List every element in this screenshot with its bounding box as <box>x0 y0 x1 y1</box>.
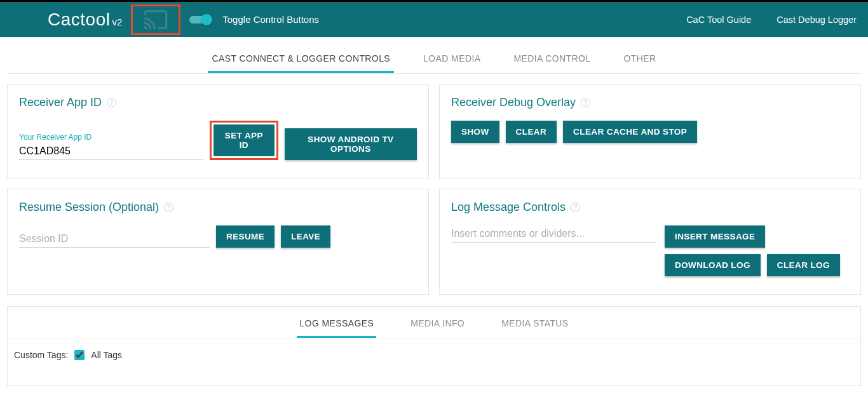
link-cast-debug-logger[interactable]: Cast Debug Logger <box>776 15 857 25</box>
receiver-app-id-label: Your Receiver App ID <box>19 133 203 142</box>
card-title-overlay: Receiver Debug Overlay <box>451 96 576 109</box>
set-app-id-highlight: SET APP ID <box>210 121 278 160</box>
brand-version: v2 <box>112 17 122 27</box>
tab-load-media[interactable]: LOAD MEDIA <box>419 44 484 73</box>
tab-cast-connect-logger[interactable]: CAST CONNECT & LOGGER CONTROLS <box>208 44 394 73</box>
toggle-control-buttons[interactable]: Toggle Control Buttons <box>189 14 319 25</box>
custom-tags-label: Custom Tags: <box>14 350 68 360</box>
tab-other[interactable]: OTHER <box>620 44 660 73</box>
btab-log-messages[interactable]: LOG MESSAGES <box>297 307 376 338</box>
download-log-button[interactable]: DOWNLOAD LOG <box>665 254 761 276</box>
btab-media-info[interactable]: MEDIA INFO <box>408 307 467 338</box>
help-icon[interactable]: ? <box>581 98 590 107</box>
insert-message-button[interactable]: INSERT MESSAGE <box>665 225 765 248</box>
card-receiver-debug-overlay: Receiver Debug Overlay ? SHOW CLEAR CLEA… <box>439 84 861 178</box>
card-resume-session: Resume Session (Optional) ? RESUME LEAVE <box>7 189 429 295</box>
overlay-clear-cache-stop-button[interactable]: CLEAR CACHE AND STOP <box>563 121 697 143</box>
card-log-message-controls: Log Message Controls ? INSERT MESSAGE DO… <box>439 189 861 295</box>
resume-button[interactable]: RESUME <box>216 225 275 248</box>
bottom-tabs: LOG MESSAGES MEDIA INFO MEDIA STATUS <box>8 307 860 338</box>
btab-media-status[interactable]: MEDIA STATUS <box>499 307 571 338</box>
toggle-label: Toggle Control Buttons <box>222 14 319 25</box>
bottom-panel: LOG MESSAGES MEDIA INFO MEDIA STATUS Cus… <box>7 306 861 386</box>
card-title-resume: Resume Session (Optional) <box>19 201 159 214</box>
help-icon[interactable]: ? <box>164 203 173 212</box>
set-app-id-button[interactable]: SET APP ID <box>214 124 275 156</box>
log-comment-input[interactable] <box>451 225 656 243</box>
all-tags-label: All Tags <box>91 350 122 360</box>
help-icon[interactable]: ? <box>571 203 580 212</box>
app-header: Cactool v2 Toggle Control Buttons CaC To… <box>0 2 868 37</box>
cast-icon[interactable] <box>139 7 172 32</box>
clear-log-button[interactable]: CLEAR LOG <box>767 254 840 276</box>
overlay-show-button[interactable]: SHOW <box>451 121 499 143</box>
brand: Cactool v2 <box>48 10 122 30</box>
brand-title: Cactool <box>48 10 110 30</box>
card-title-receiver-app: Receiver App ID <box>19 96 102 109</box>
show-android-tv-options-button[interactable]: SHOW ANDROID TV OPTIONS <box>285 128 417 160</box>
help-icon[interactable]: ? <box>107 98 116 107</box>
card-receiver-app-id: Receiver App ID ? Your Receiver App ID S… <box>7 84 429 178</box>
receiver-app-id-input[interactable] <box>19 143 203 160</box>
all-tags-checkbox[interactable] <box>74 350 85 360</box>
card-title-log: Log Message Controls <box>451 201 566 214</box>
link-cac-tool-guide[interactable]: CaC Tool Guide <box>686 15 751 25</box>
main-tabs: CAST CONNECT & LOGGER CONTROLS LOAD MEDI… <box>7 44 861 74</box>
cast-icon-highlight <box>131 4 180 35</box>
session-id-input[interactable] <box>19 231 210 248</box>
overlay-clear-button[interactable]: CLEAR <box>506 121 557 143</box>
leave-button[interactable]: LEAVE <box>281 225 330 248</box>
tab-media-control[interactable]: MEDIA CONTROL <box>510 44 594 73</box>
